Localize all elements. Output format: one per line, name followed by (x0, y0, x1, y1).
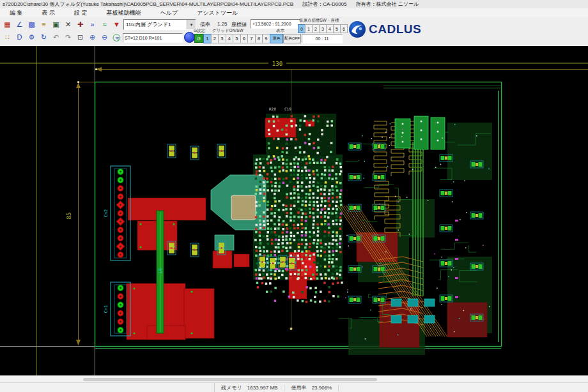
cadlus-logo-icon (348, 20, 366, 38)
status-bar: 残メモリ 1633.997 MB 使用率 23.906% (0, 382, 588, 392)
zoom-out-icon[interactable]: ⊖ (98, 32, 111, 42)
origin-coord-field: 00 : 11 (302, 34, 343, 43)
status-field: ST=12 D10 R=101 (123, 33, 183, 43)
mix-color-button[interactable]: 混色 (270, 34, 283, 43)
origin-buttons: 0123456 (298, 24, 347, 33)
svg-text:130: 130 (272, 61, 282, 67)
pcb-design-canvas[interactable]: 13085L6Cn2Cn1R20C19 (0, 46, 588, 375)
grid-buttons: 1234567890 (203, 34, 277, 43)
curve-icon[interactable]: ≈ (98, 19, 111, 29)
grid-sw-label: グリッドON/SW (212, 28, 244, 34)
memory-value: 1633.997 MB (247, 385, 278, 391)
layers-icon[interactable]: ≡ (38, 19, 50, 29)
menu-item-2[interactable]: 設 定 (65, 9, 97, 17)
usage-status: 使用率 23.906% (284, 385, 339, 391)
via-grid-icon[interactable]: ▩ (26, 19, 38, 29)
refresh-icon[interactable]: ↻ (38, 32, 50, 42)
cadlus-logo-text: CADLUS (369, 22, 421, 36)
coord-value-field: +13.5602 : 91.2000 (251, 19, 300, 29)
marker-icon[interactable]: ▼ (111, 19, 123, 29)
redo-icon[interactable]: ↷ (62, 32, 74, 42)
menu-bar: 編 集表 示設 定基板補助機能ヘルプアシストツール (0, 8, 588, 18)
board-icon[interactable]: ▦ (1, 19, 13, 29)
svg-text:R20: R20 (269, 107, 276, 111)
route-icon[interactable]: ∠ (13, 19, 26, 29)
svg-text:Cn2: Cn2 (104, 209, 109, 218)
layer-select[interactable]: 11b:内層 グランド1 ▾ (123, 19, 196, 30)
coord-value: +13.5602 : 91.2000 (252, 22, 291, 26)
mix-color-button-label: 混色 (273, 36, 281, 41)
scrollbar-thumb[interactable] (83, 378, 377, 381)
svg-text:L6: L6 (158, 268, 163, 273)
tool-settings-icon[interactable]: ⚙ (26, 32, 38, 42)
svg-text:Cn1: Cn1 (104, 305, 109, 313)
menu-item-0[interactable]: 編 集 (0, 9, 33, 17)
display-label: 表示 (276, 28, 284, 34)
grid-settings-label: G設定 (194, 28, 205, 34)
toolbar: ▦∠▩≡▣✕✚»≈▼⊟✳◉~ ∷D⚙↻↶↷⊡⊕⊖◯Ð▣☁ ≈ 11b:内層 グラ… (0, 17, 588, 47)
origin-coord-value: 00 : 11 (316, 36, 329, 41)
cut-icon[interactable]: ✕ (62, 19, 74, 29)
title-owner: 所有者：株式会社 ニソール (356, 1, 419, 8)
coloring-off-button[interactable]: 配色OFF (283, 34, 301, 43)
dot-grid-icon[interactable]: ∷ (1, 32, 13, 42)
title-path: s720D20C\share\30 個人フォルダ(Yusuke Takahash… (3, 1, 293, 8)
pcb-canvas-area: 13085L6Cn2Cn1R20C19 (0, 46, 588, 375)
origin-sw-label: 仮原点切替SW・座標 (299, 18, 339, 24)
grid-settings-button[interactable]: G (194, 34, 203, 43)
layer-select-value: 11b:内層 グランド1 (124, 21, 187, 28)
connector (111, 166, 130, 260)
zoom-in-icon[interactable]: ⊕ (86, 32, 98, 42)
title-bar: s720D20C\share\30 個人フォルダ(Yusuke Takahash… (0, 0, 588, 8)
coloring-off-button-label: 配色OFF (284, 36, 300, 41)
status-field-value: ST=12 D10 R=101 (125, 36, 162, 40)
memory-label: 残メモリ (221, 385, 242, 391)
coord-label: 座標値 (231, 21, 247, 28)
menu-item-1[interactable]: 表 示 (33, 9, 65, 17)
zoom-value: 1.25 (217, 21, 228, 27)
d-code-icon[interactable]: D (13, 32, 26, 42)
cadlus-logo: CADLUS (348, 20, 421, 38)
svg-text:85: 85 (66, 213, 72, 220)
status-spacer (0, 383, 215, 392)
origin-button-6[interactable]: 6 (340, 24, 348, 33)
usage-label: 使用率 (291, 385, 306, 391)
center-view-icon[interactable]: ⊡ (74, 32, 86, 42)
usage-value: 23.906% (312, 385, 332, 391)
memory-status: 残メモリ 1633.997 MB (215, 385, 284, 391)
menu-item-3[interactable]: 基板補助機能 (97, 9, 151, 17)
wave-icon[interactable]: ≈ (116, 34, 120, 41)
ic-component-icon[interactable]: ▣ (50, 19, 62, 29)
menu-item-4[interactable]: ヘルプ (151, 9, 188, 17)
fly-line-icon[interactable]: » (86, 19, 98, 29)
menu-item-5[interactable]: アシストツール (187, 9, 247, 17)
svg-text:C19: C19 (284, 107, 291, 111)
application-window: s720D20C\share\30 個人フォルダ(Yusuke Takahash… (0, 0, 588, 392)
pin-icon[interactable]: ✚ (74, 19, 86, 29)
undo-icon[interactable]: ↶ (50, 32, 62, 42)
title-designer: 設計者：CA-D0005 (302, 1, 346, 8)
zoom-label: 倍率 (200, 21, 210, 28)
